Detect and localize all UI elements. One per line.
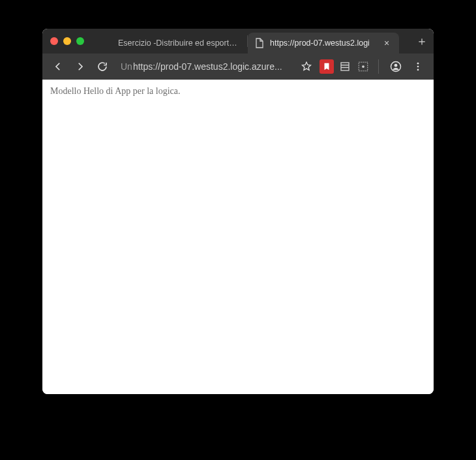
address-prefix: Un [121,61,132,72]
star-icon[interactable] [297,57,316,76]
forward-button[interactable] [71,57,89,76]
microsoft-icon [102,38,113,48]
tab-label: Esercizio -Distribuire ed esportare [118,38,239,48]
extension-icon[interactable] [320,59,334,74]
tab-label: https://prod-07.westus2.logi [270,38,377,48]
svg-point-4 [394,64,398,67]
menu-icon[interactable] [409,57,427,76]
back-button[interactable] [49,57,67,76]
minimize-window-button[interactable] [63,37,71,45]
svg-point-2 [362,65,364,68]
page-icon [254,38,265,48]
browser-window: Esercizio -Distribuire ed esportare http… [42,29,434,394]
close-tab-icon[interactable]: × [382,38,391,48]
address-text: https://prod-07.westus2.logic.azure... [133,61,282,72]
reload-button[interactable] [93,57,112,76]
tabs-container: Esercizio -Distribuire ed esportare http… [96,29,409,54]
new-tab-button[interactable]: ＋ [413,32,431,50]
svg-point-5 [417,63,419,65]
browser-chrome: Esercizio -Distribuire ed esportare http… [42,29,434,80]
profile-icon[interactable] [387,57,405,76]
tab-strip: Esercizio -Distribuire ed esportare http… [42,29,434,54]
svg-point-6 [417,66,419,68]
address-bar[interactable]: Unhttps://prod-07.westus2.logic.azure... [115,61,293,72]
close-window-button[interactable] [50,37,58,45]
tab-active[interactable]: https://prod-07.westus2.logi × [248,33,399,54]
toolbar-separator [378,59,379,74]
page-body-text: Modello Hello di App per la logica. [50,86,180,96]
svg-point-7 [417,69,419,71]
maximize-window-button[interactable] [76,37,84,45]
extension-icon[interactable] [356,59,370,74]
tab-inactive[interactable]: Esercizio -Distribuire ed esportare [96,33,247,54]
window-controls [50,37,84,45]
extension-icon[interactable] [338,59,352,74]
page-content: Modello Hello di App per la logica. [42,80,434,394]
svg-rect-0 [341,63,349,70]
toolbar: Unhttps://prod-07.westus2.logic.azure... [42,54,434,80]
